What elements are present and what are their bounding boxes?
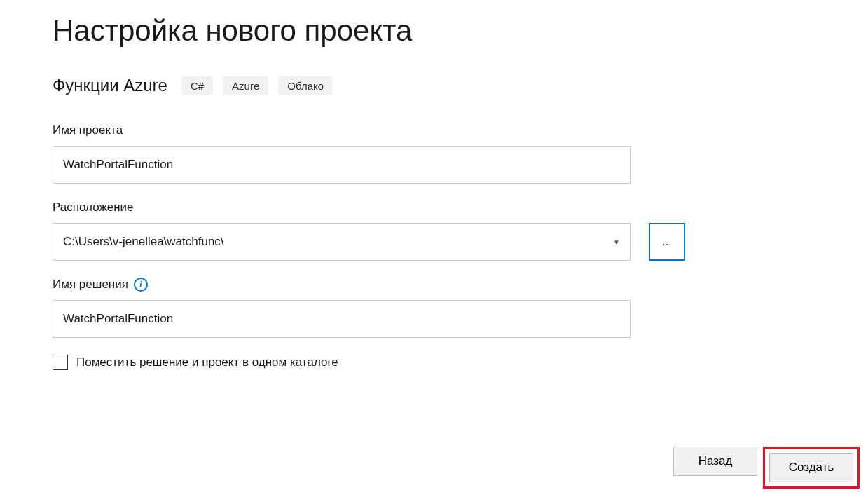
info-icon[interactable]: i xyxy=(134,278,148,292)
chevron-down-icon: ▼ xyxy=(613,238,620,246)
back-button[interactable]: Назад xyxy=(673,447,757,476)
create-button-highlight: Создать xyxy=(763,447,860,489)
location-value: C:\Users\v-jenellea\watchfunc\ xyxy=(63,235,224,249)
solution-name-label: Имя решения xyxy=(53,278,128,292)
project-name-group: Имя проекта xyxy=(53,123,868,184)
template-tag: C# xyxy=(181,76,213,95)
page-title: Настройка нового проекта xyxy=(53,14,868,48)
project-name-label: Имя проекта xyxy=(53,123,123,137)
location-group: Расположение C:\Users\v-jenellea\watchfu… xyxy=(53,200,868,261)
template-row: Функции Azure C# Azure Облако xyxy=(53,76,868,95)
same-directory-label[interactable]: Поместить решение и проект в одном катал… xyxy=(76,355,338,369)
same-directory-checkbox[interactable] xyxy=(53,355,68,370)
solution-name-group: Имя решения i xyxy=(53,278,868,338)
create-button[interactable]: Создать xyxy=(769,453,853,482)
footer-buttons: Назад Создать xyxy=(673,447,860,489)
project-name-input[interactable] xyxy=(53,146,631,184)
location-combobox[interactable]: C:\Users\v-jenellea\watchfunc\ ▼ xyxy=(53,223,631,261)
browse-button[interactable]: ... xyxy=(649,223,685,261)
template-tag: Azure xyxy=(223,76,268,95)
template-name: Функции Azure xyxy=(53,76,167,95)
location-label: Расположение xyxy=(53,200,134,215)
same-directory-row: Поместить решение и проект в одном катал… xyxy=(53,355,868,370)
template-tag: Облако xyxy=(278,76,333,95)
solution-name-input[interactable] xyxy=(53,300,631,338)
